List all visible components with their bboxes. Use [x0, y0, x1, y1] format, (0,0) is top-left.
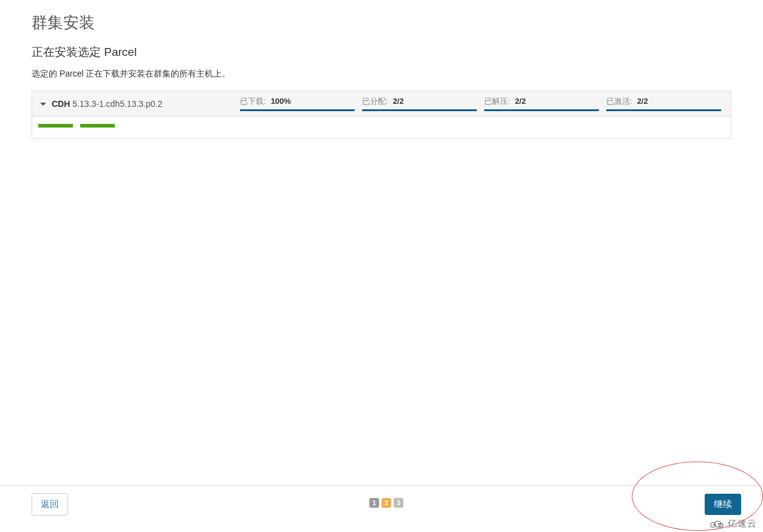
- back-button[interactable]: 返回: [32, 493, 68, 516]
- page-title: 群集安装: [32, 12, 731, 33]
- parcel-body: [32, 117, 731, 138]
- parcel-name-version: 5.13.3-1.cdh5.13.3.p0.2: [72, 99, 162, 109]
- status-downloaded-label: 已下载:: [240, 96, 266, 107]
- status-downloaded: 已下载: 100%: [236, 96, 358, 111]
- watermark: 亿速云: [708, 518, 757, 530]
- progress-bar-downloaded: [240, 109, 355, 111]
- status-unpacked: 已解压: 2/2: [481, 96, 603, 111]
- sub-title: 正在安装选定 Parcel: [32, 44, 731, 60]
- continue-button[interactable]: 继续: [705, 494, 741, 515]
- status-activated-label: 已激活:: [606, 96, 632, 107]
- parcel-name-cell[interactable]: CDH 5.13.3-1.cdh5.13.3.p0.2: [38, 99, 236, 109]
- status-unpacked-value: 2/2: [515, 97, 526, 106]
- step-1[interactable]: 1: [369, 498, 379, 508]
- progress-bar-distributed: [362, 109, 477, 111]
- parcel-panel: CDH 5.13.3-1.cdh5.13.3.p0.2 已下载: 100% 已分…: [32, 90, 731, 139]
- step-2[interactable]: 2: [381, 498, 391, 508]
- status-distributed-label: 已分配:: [362, 96, 388, 107]
- parcel-header-row[interactable]: CDH 5.13.3-1.cdh5.13.3.p0.2 已下载: 100% 已分…: [32, 91, 731, 117]
- step-3[interactable]: 3: [394, 498, 403, 508]
- description-text: 选定的 Parcel 正在下载并安装在群集的所有主机上。: [32, 69, 731, 80]
- host-status-block: [38, 124, 73, 128]
- svg-point-4: [718, 523, 720, 525]
- footer-bar: 返回 1 2 3 继续: [0, 485, 763, 517]
- host-status-block: [80, 124, 115, 128]
- cloud-icon: [708, 519, 724, 530]
- parcel-name-prefix: CDH: [52, 99, 70, 109]
- status-unpacked-label: 已解压:: [484, 96, 510, 107]
- chevron-down-icon: [39, 100, 47, 107]
- status-distributed-value: 2/2: [393, 97, 404, 106]
- progress-bar-activated: [606, 109, 721, 111]
- watermark-text: 亿速云: [728, 518, 757, 530]
- status-activated-value: 2/2: [637, 97, 648, 106]
- status-activated: 已激活: 2/2: [603, 96, 725, 111]
- wizard-steps: 1 2 3: [369, 498, 403, 508]
- svg-point-3: [713, 524, 715, 526]
- progress-bar-unpacked: [484, 109, 599, 111]
- status-downloaded-value: 100%: [271, 97, 291, 106]
- status-distributed: 已分配: 2/2: [358, 96, 481, 111]
